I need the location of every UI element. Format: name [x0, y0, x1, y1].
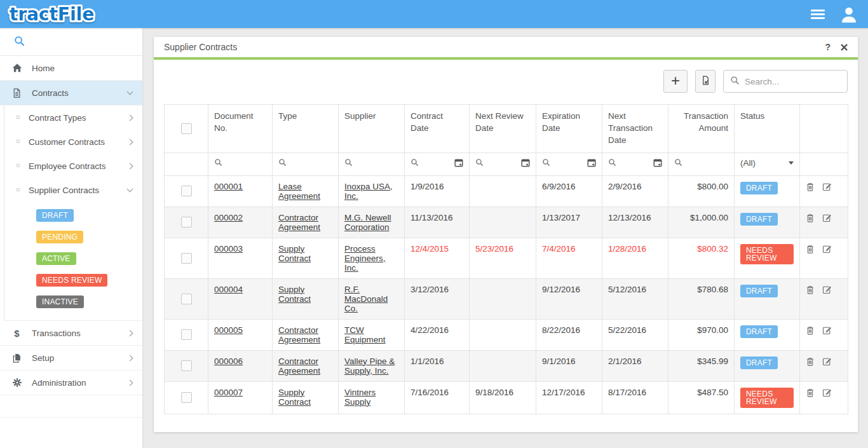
- search-input[interactable]: [745, 77, 857, 86]
- search-icon[interactable]: [410, 158, 419, 168]
- supplier-link[interactable]: R.F. MacDonald Co.: [344, 285, 388, 313]
- filter-cell-type[interactable]: [273, 153, 339, 175]
- filter-cell-status[interactable]: (All): [735, 153, 800, 175]
- add-record-button[interactable]: +: [663, 70, 688, 93]
- column-header-type[interactable]: Type: [273, 105, 339, 153]
- document-no-link[interactable]: 000001: [214, 182, 243, 191]
- sidebar-status-pending[interactable]: PENDING: [4, 226, 142, 248]
- row-checkbox[interactable]: [181, 294, 192, 304]
- sidebar-item-contract-types[interactable]: Contract Types: [4, 105, 142, 130]
- filter-cell-transaction_amount[interactable]: [668, 153, 735, 175]
- sidebar-status-active[interactable]: ACTIVE: [4, 248, 142, 269]
- column-header-contract-date[interactable]: Contract Date: [405, 105, 470, 153]
- search-icon[interactable]: [475, 158, 484, 168]
- row-checkbox[interactable]: [181, 329, 192, 340]
- document-no-link[interactable]: 000005: [214, 325, 243, 335]
- delete-icon[interactable]: [806, 214, 815, 222]
- supplier-link[interactable]: Process Engineers, Inc.: [344, 244, 386, 273]
- document-no-link[interactable]: 000004: [214, 285, 243, 294]
- expiration-date-cell: 8/22/2016: [536, 319, 602, 350]
- delete-icon[interactable]: [806, 326, 815, 335]
- sidebar-status-draft[interactable]: DRAFT: [4, 205, 142, 226]
- delete-icon[interactable]: [806, 182, 815, 191]
- close-icon[interactable]: [841, 44, 848, 51]
- filter-cell-contract_date[interactable]: [405, 153, 470, 175]
- row-checkbox[interactable]: [181, 392, 192, 403]
- document-no-link[interactable]: 000006: [214, 356, 243, 366]
- edit-icon[interactable]: [822, 388, 832, 397]
- delete-icon[interactable]: [806, 285, 815, 294]
- delete-icon[interactable]: [806, 357, 815, 366]
- row-checkbox[interactable]: [181, 253, 192, 264]
- calendar-icon[interactable]: [454, 158, 463, 169]
- calendar-icon[interactable]: [587, 158, 596, 169]
- edit-icon[interactable]: [822, 182, 832, 191]
- filter-cell-supplier[interactable]: [339, 153, 405, 175]
- export-file-icon: [701, 76, 710, 87]
- contract-type-link[interactable]: Supply Contract: [278, 285, 311, 304]
- supplier-link[interactable]: Vintners Supply: [344, 388, 376, 407]
- column-header-document-no[interactable]: Document No.: [208, 105, 273, 153]
- column-header-next-transaction-date[interactable]: Next Transaction Date: [602, 105, 668, 153]
- calendar-icon[interactable]: [521, 158, 530, 169]
- sidebar-item-supplier-contracts[interactable]: Supplier Contracts: [4, 178, 142, 202]
- sidebar-item-customer-contracts[interactable]: Customer Contracts: [4, 130, 142, 154]
- document-no-link[interactable]: 000003: [214, 244, 243, 254]
- search-icon[interactable]: [674, 158, 682, 168]
- contract-type-link[interactable]: Contractor Agreement: [278, 356, 320, 376]
- supplier-link[interactable]: M.G. Newell Corporation: [344, 213, 391, 232]
- sidebar-item-employee-contracts[interactable]: Employee Contracts: [4, 154, 142, 178]
- edit-icon[interactable]: [822, 285, 832, 294]
- delete-icon[interactable]: [806, 388, 815, 397]
- supplier-link[interactable]: Valley Pipe & Supply, Inc.: [344, 356, 395, 376]
- select-all-checkbox[interactable]: [181, 123, 192, 134]
- column-header-expiration-date[interactable]: Expiration Date: [536, 105, 602, 153]
- caret-down-icon[interactable]: [789, 161, 794, 165]
- sidebar-item-administration[interactable]: Administration: [0, 370, 142, 395]
- sidebar-item-transactions[interactable]: $ Transactions: [0, 321, 142, 346]
- supplier-link[interactable]: TCW Equipment: [344, 325, 386, 344]
- app-logo[interactable]: tractFile: [6, 0, 108, 28]
- menu-icon[interactable]: [811, 8, 825, 21]
- export-button[interactable]: [695, 70, 715, 93]
- sidebar-status-inactive[interactable]: INACTIVE: [4, 291, 142, 313]
- edit-icon[interactable]: [822, 213, 832, 222]
- status-filter-value[interactable]: (All): [740, 158, 756, 168]
- sidebar-search-button[interactable]: [0, 28, 142, 56]
- row-checkbox[interactable]: [181, 360, 192, 371]
- edit-icon[interactable]: [822, 356, 832, 366]
- sidebar-item-home[interactable]: Home: [0, 56, 142, 81]
- sidebar-item-setup[interactable]: Setup: [0, 346, 142, 370]
- document-no-link[interactable]: 000007: [214, 388, 243, 397]
- search-icon[interactable]: [278, 158, 287, 168]
- contract-type-link[interactable]: Contractor Agreement: [278, 325, 320, 344]
- search-icon[interactable]: [542, 158, 550, 168]
- supplier-link[interactable]: Inoxpa USA, Inc.: [344, 182, 393, 201]
- edit-icon[interactable]: [822, 325, 832, 335]
- contract-type-link[interactable]: Contractor Agreement: [278, 213, 320, 232]
- search-icon[interactable]: [214, 158, 222, 168]
- edit-icon[interactable]: [822, 244, 832, 254]
- contract-type-link[interactable]: Supply Contract: [278, 244, 311, 263]
- contract-type-link[interactable]: Supply Contract: [278, 388, 311, 407]
- row-checkbox[interactable]: [181, 186, 192, 196]
- help-icon[interactable]: ?: [825, 42, 831, 52]
- filter-cell-next_review_date[interactable]: [470, 153, 536, 175]
- filter-cell-expiration_date[interactable]: [536, 153, 602, 175]
- search-icon[interactable]: [344, 158, 353, 168]
- document-no-link[interactable]: 000002: [214, 213, 243, 222]
- calendar-icon[interactable]: [653, 158, 662, 169]
- contract-type-link[interactable]: Lease Agreement: [278, 182, 320, 201]
- column-header-next-review-date[interactable]: Next Review Date: [470, 105, 536, 153]
- column-header-status[interactable]: Status: [735, 105, 800, 153]
- sidebar-status-needs-review[interactable]: NEEDS REVIEW: [4, 269, 142, 291]
- delete-icon[interactable]: [806, 245, 815, 254]
- user-avatar-icon[interactable]: [839, 4, 859, 24]
- filter-cell-next_transaction_date[interactable]: [602, 153, 668, 175]
- column-header-supplier[interactable]: Supplier: [339, 105, 405, 153]
- column-header-transaction-amount[interactable]: Transaction Amount: [668, 105, 735, 153]
- filter-cell-doc_no[interactable]: [208, 153, 273, 175]
- search-icon[interactable]: [608, 158, 616, 168]
- sidebar-item-contracts[interactable]: Contracts: [0, 81, 142, 105]
- row-checkbox[interactable]: [181, 217, 192, 227]
